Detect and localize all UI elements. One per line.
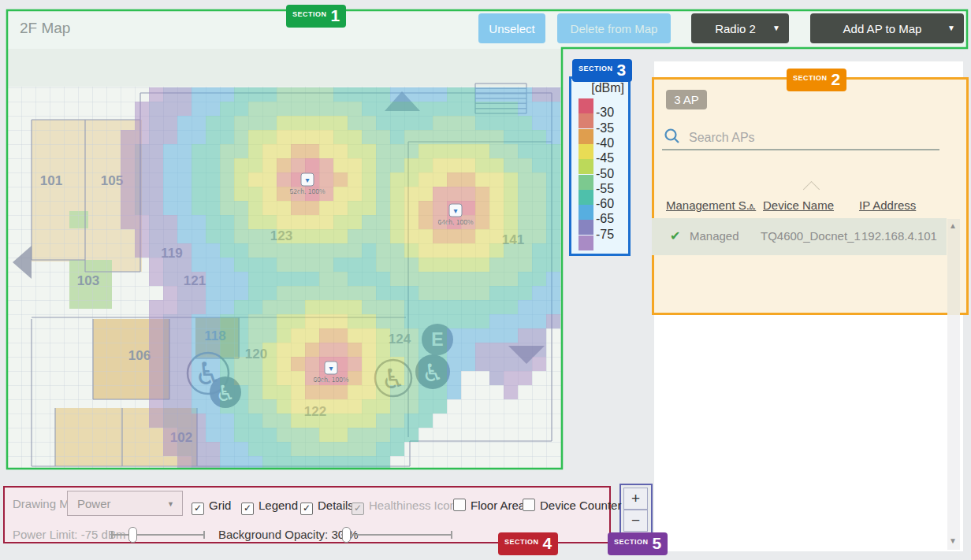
legend-tick-label: -60 xyxy=(596,197,614,211)
ap-channel-label: 64ch, 100% xyxy=(438,218,474,226)
scroll-up-icon[interactable]: ▲ xyxy=(949,221,957,230)
search-input[interactable] xyxy=(687,128,927,148)
unselect-button[interactable]: Unselect xyxy=(478,13,545,43)
checkbox-label: Device Counter xyxy=(540,499,621,512)
section-2-badge: SECTION2 xyxy=(787,69,846,91)
checkbox-grid[interactable]: ✓Grid xyxy=(192,499,231,515)
column-header-ip-address[interactable]: IP Address xyxy=(859,198,916,212)
legend-swatch xyxy=(579,159,593,174)
section-1-badge: SECTION1 xyxy=(286,5,346,28)
legend-tick-label: -55 xyxy=(596,182,614,196)
legend-tick-label: -75 xyxy=(596,228,614,242)
legend-swatch xyxy=(579,175,593,190)
ap-table-body: ✔ManagedTQ4600_Docnet_1192.168.4.101 xyxy=(652,218,947,255)
legend-tick-label: -65 xyxy=(596,212,614,226)
zoom-in-button[interactable]: + xyxy=(623,488,648,510)
table-scrollbar[interactable] xyxy=(947,219,960,315)
legend-tick-label: -40 xyxy=(596,136,614,150)
delete-from-map-button[interactable]: Delete from Map xyxy=(557,13,671,43)
checkbox-box[interactable]: ✓ xyxy=(192,503,204,515)
checkbox-label: Details xyxy=(318,499,354,512)
room-number-label: 105 xyxy=(101,173,123,188)
managed-check-icon: ✔ xyxy=(670,228,680,243)
chevron-down-icon: ▼ xyxy=(947,24,955,32)
column-header-device-name[interactable]: Device Name xyxy=(763,198,834,212)
checkbox-box[interactable]: ✓ xyxy=(300,503,313,515)
checkbox-floor-area[interactable]: Floor Area xyxy=(453,499,525,513)
section-4-badge: SECTION4 xyxy=(498,532,558,555)
checkbox-legend[interactable]: ✓Legend xyxy=(241,499,298,515)
section-5-badge: SECTION5 xyxy=(608,532,668,555)
add-ap-to-map-button[interactable]: Add AP to Map ▼ xyxy=(810,13,964,43)
ap-table-row[interactable]: ✔ManagedTQ4600_Docnet_1192.168.4.101 xyxy=(652,218,947,255)
signal-legend: [dBm] -30-35-40-45-50-55-60-65-75 xyxy=(569,76,631,256)
checkbox-box: ✓ xyxy=(352,503,364,515)
radio-select-button[interactable]: Radio 2 ▼ xyxy=(691,13,789,43)
search-icon xyxy=(664,128,681,145)
background-opacity-label: Background Opacity: 30 % xyxy=(218,528,359,541)
checkbox-label: Grid xyxy=(209,499,231,512)
scroll-down-icon[interactable]: ▼ xyxy=(949,536,957,545)
checkbox-label: Healthiness Icon xyxy=(369,499,456,512)
panel-scrollbar[interactable] xyxy=(947,315,960,550)
legend-tick-label: -45 xyxy=(596,151,614,165)
legend-swatch xyxy=(579,144,593,159)
checkbox-label: Floor Area xyxy=(471,499,525,512)
background-opacity-slider[interactable] xyxy=(341,534,452,536)
legend-swatch xyxy=(579,220,593,235)
legend-swatch xyxy=(579,190,593,205)
wifi-ap-icon: ▾ xyxy=(453,206,457,215)
legend-title: [dBm] xyxy=(591,81,624,95)
search-underline xyxy=(662,149,939,150)
wifi-ap-icon: ▾ xyxy=(305,176,309,184)
legend-tick-label: -50 xyxy=(596,167,614,181)
legend-swatch xyxy=(579,113,593,128)
legend-swatch xyxy=(579,235,593,250)
drawing-mode-value: Power xyxy=(77,497,111,510)
checkbox-device-counter[interactable]: Device Counter xyxy=(523,499,621,513)
management-status-cell: Managed xyxy=(690,229,739,243)
power-limit-slider[interactable] xyxy=(112,534,204,536)
legend-tick-label: -35 xyxy=(596,121,614,135)
drawing-mode-select[interactable]: Power ▼ xyxy=(67,491,183,516)
legend-tick-label: -30 xyxy=(596,106,614,120)
ap-channel-label: 60ch, 100% xyxy=(314,376,349,384)
chevron-down-icon: ▼ xyxy=(167,500,174,508)
slider-tick xyxy=(451,531,452,539)
checkbox-details[interactable]: ✓Details xyxy=(300,499,354,515)
chevron-down-icon: ▼ xyxy=(772,24,780,32)
legend-swatch xyxy=(579,98,593,113)
checkbox-label: Legend xyxy=(259,499,298,512)
app-root: 2F Map Unselect Delete from Map Radio 2 … xyxy=(0,0,971,560)
wifi-ap-icon: ▾ xyxy=(329,364,333,373)
power-limit-slider-thumb[interactable] xyxy=(128,527,137,543)
checkbox-box[interactable]: ✓ xyxy=(241,503,254,515)
checkbox-box[interactable] xyxy=(453,499,466,511)
room-number-label: 106 xyxy=(128,348,151,363)
slider-tick xyxy=(111,531,113,539)
floor-map-canvas[interactable]: E♿♿♿♿10110511910312112314110611812012412… xyxy=(6,49,563,469)
checkbox-box[interactable] xyxy=(523,499,535,511)
ip-address-cell: 192.168.4.101 xyxy=(861,229,937,243)
ap-channel-label: 52ch, 100% xyxy=(290,187,326,195)
page-title: 2F Map xyxy=(20,20,70,37)
ap-count-badge: 3 AP xyxy=(666,90,707,109)
device-name-cell: TQ4600_Docnet_1 xyxy=(761,229,861,243)
power-limit-label: Power Limit: -75 dBm xyxy=(13,528,125,541)
column-header-management-status[interactable]: Management S... xyxy=(666,198,756,212)
section-3-badge: SECTION3 xyxy=(572,59,632,82)
legend-swatch xyxy=(579,129,593,144)
room-number-label: 103 xyxy=(77,273,99,288)
zoom-out-button[interactable]: − xyxy=(623,510,648,532)
sort-ascending-icon: ∧ xyxy=(748,201,755,212)
room-number-label: 101 xyxy=(40,173,62,188)
legend-swatch xyxy=(579,205,593,220)
slider-tick xyxy=(203,531,205,539)
checkbox-healthiness-icon: ✓Healthiness Icon xyxy=(352,499,456,515)
background-opacity-slider-thumb[interactable] xyxy=(342,527,351,543)
